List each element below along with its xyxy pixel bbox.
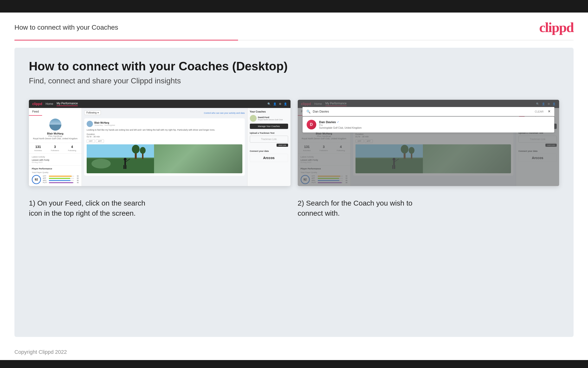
post-meta: Yesterday · Sunningdale xyxy=(94,124,115,126)
quality-bars: OTT 90 APP xyxy=(43,175,79,184)
bar-arg-val: 86 xyxy=(75,180,79,181)
bar-putt-val: 96 xyxy=(75,182,79,184)
quality-score: 92 xyxy=(32,175,41,184)
screenshot-right: clippd Home My Performance 🔍 👤 ⚙ 👤 Feed xyxy=(298,100,559,186)
connect-title-left: Connect your data xyxy=(250,150,288,152)
mock-browser-left: clippd Home My Performance 🔍 👤 ⚙ 👤 Feed xyxy=(29,100,290,186)
off-btn[interactable]: OFF xyxy=(87,139,95,143)
top-bar xyxy=(0,0,588,12)
followers-label: Followers xyxy=(51,149,59,152)
latest-label: Latest Activity xyxy=(32,156,79,158)
followers-count: 3 xyxy=(51,145,59,149)
center-panel: Following ▾ Control who can see your act… xyxy=(82,108,247,186)
stat-followers: 3 Followers xyxy=(51,145,59,152)
bar-arg: ARG 86 xyxy=(43,180,79,181)
search-modal-icon: 🔍 xyxy=(306,110,310,113)
main-heading: How to connect with your Coaches (Deskto… xyxy=(29,60,559,73)
coach-item-left: David Ford Royal North Devon Golf Club xyxy=(250,115,288,122)
copyright-text: Copyright Clippd 2022 xyxy=(14,349,67,355)
trackman-section-left: Upload a Trackman Test Trackman Link Add… xyxy=(250,132,288,143)
stat-following: 4 Following xyxy=(68,145,76,152)
coach-name-left: David Ford xyxy=(258,116,283,119)
user-icon[interactable]: 👤 xyxy=(273,102,277,106)
bar-app-track xyxy=(49,178,74,179)
post-text: Looking to feel like my hands are exitin… xyxy=(87,129,242,132)
page-title: How to connect with your Coaches xyxy=(14,24,118,31)
profile-section: Blair McHarg Plus Handicap Royal North D… xyxy=(29,116,82,143)
chevron-down-icon: ▾ xyxy=(97,111,99,114)
svg-rect-9 xyxy=(124,161,126,165)
control-link[interactable]: Control who can see your activity and da… xyxy=(204,112,245,114)
step-2-text: 2) Search for the Coach you wish toconne… xyxy=(298,199,412,217)
bar-arg-label: ARG xyxy=(43,180,48,181)
svg-point-2 xyxy=(91,159,111,168)
result-club: Sunningdale Golf Club, United Kingdom xyxy=(319,127,362,129)
bar-putt-fill xyxy=(49,182,73,183)
activity-text: Lesson with Fordy xyxy=(32,159,79,161)
perf-title: Player Performance xyxy=(32,167,79,170)
activity-date: 03 Aug 2022 xyxy=(32,161,79,163)
avatar-icon[interactable]: 👤 xyxy=(284,102,287,106)
result-role: Pro xyxy=(319,124,362,127)
screenshots-row: clippd Home My Performance 🔍 👤 ⚙ 👤 Feed xyxy=(29,100,559,186)
post-duration: Duration01 hr : 30 min xyxy=(87,133,242,138)
app-btn[interactable]: APP xyxy=(96,139,104,143)
svg-point-7 xyxy=(140,147,146,154)
arccos-logo-left: Arccos xyxy=(250,154,288,162)
activities-count: 131 xyxy=(35,145,42,149)
quality-row: 92 OTT 90 xyxy=(32,175,79,184)
add-link-btn-left[interactable]: Add Link xyxy=(277,144,288,147)
screenshot-left: clippd Home My Performance 🔍 👤 ⚙ 👤 Feed xyxy=(29,100,290,186)
stats-row: 131 Activities 3 Followers 4 Following xyxy=(29,143,82,154)
browser-nav-left: clippd Home My Performance 🔍 👤 ⚙ 👤 xyxy=(29,100,290,108)
post-avatar xyxy=(87,121,93,127)
result-name-row: Dan Davies ✓ xyxy=(319,120,362,124)
result-avatar: D xyxy=(307,120,316,129)
connect-section-left: Connect your data Arccos xyxy=(250,150,288,162)
svg-point-5 xyxy=(132,145,140,154)
feed-panel: Feed Blair McHarg Plus Handicap Royal No… xyxy=(29,108,82,186)
search-modal: 🔍 Dan Davies CLEAR × D Dan Davies ✓ Pro … xyxy=(298,107,559,133)
post-buttons: OFF APP xyxy=(87,139,242,143)
stat-activities: 131 Activities xyxy=(35,145,42,152)
post-header: Blair McHarg Yesterday · Sunningdale xyxy=(87,121,242,127)
main-subheading: Find, connect and share your Clippd insi… xyxy=(29,76,559,85)
coach-avatar-left xyxy=(250,115,257,122)
clear-button[interactable]: CLEAR xyxy=(535,110,544,113)
bar-ott-val: 90 xyxy=(75,175,79,177)
search-input-display[interactable]: Dan Davies xyxy=(313,110,532,113)
search-icon[interactable]: 🔍 xyxy=(267,102,271,106)
close-search-button[interactable]: × xyxy=(548,109,551,114)
bar-putt-label: PUTT xyxy=(43,182,48,184)
main-content: How to connect with your Coaches (Deskto… xyxy=(14,48,574,337)
avatar xyxy=(49,119,61,131)
bar-ott-track xyxy=(49,176,74,177)
bottom-bar xyxy=(0,360,588,368)
latest-activity: Latest Activity Lesson with Fordy 03 Aug… xyxy=(29,154,82,165)
bar-ott-fill xyxy=(49,176,72,177)
coaches-title-left: Your Coaches xyxy=(250,110,288,113)
following-count: 4 xyxy=(68,145,76,149)
step-2-description: 2) Search for the Coach you wish toconne… xyxy=(298,198,559,218)
clippd-logo: clippd xyxy=(539,19,574,36)
bar-app: APP 85 xyxy=(43,177,79,179)
bar-putt-track xyxy=(49,182,74,183)
post-image xyxy=(87,144,242,173)
settings-icon[interactable]: ⚙ xyxy=(279,102,281,106)
profile-club: Royal North Devon Golf Club, United King… xyxy=(32,137,79,140)
post-author-name: Blair McHarg xyxy=(94,121,115,124)
following-button[interactable]: Following ▾ xyxy=(84,110,101,115)
result-name: Dan Davies xyxy=(319,120,336,124)
search-bar: 🔍 Dan Davies CLEAR × xyxy=(303,107,554,116)
trackman-title-left: Upload a Trackman Test xyxy=(250,132,288,134)
header-divider xyxy=(14,40,574,40)
golf-image-svg xyxy=(87,144,154,173)
step-1-description: 1) On your Feed, click on the searchicon… xyxy=(29,198,290,218)
bar-ott-label: OTT xyxy=(43,175,48,177)
manage-coaches-btn-left[interactable]: Manage Your Coaches xyxy=(250,124,288,129)
bar-ott: OTT 90 xyxy=(43,175,79,177)
browser-nav-logo: clippd xyxy=(32,102,42,106)
bar-arg-track xyxy=(49,180,74,181)
search-result[interactable]: D Dan Davies ✓ Pro Sunningdale Golf Club… xyxy=(303,117,554,133)
bar-arg-fill xyxy=(49,180,70,181)
